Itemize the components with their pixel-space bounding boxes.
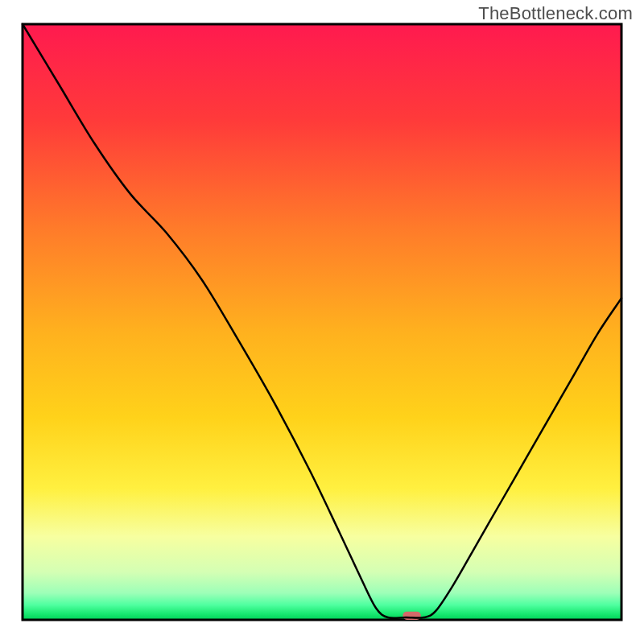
bottleneck-chart (0, 0, 644, 644)
plot-background (23, 24, 621, 620)
watermark-text: TheBottleneck.com (478, 3, 633, 24)
chart-container: TheBottleneck.com (0, 0, 644, 644)
